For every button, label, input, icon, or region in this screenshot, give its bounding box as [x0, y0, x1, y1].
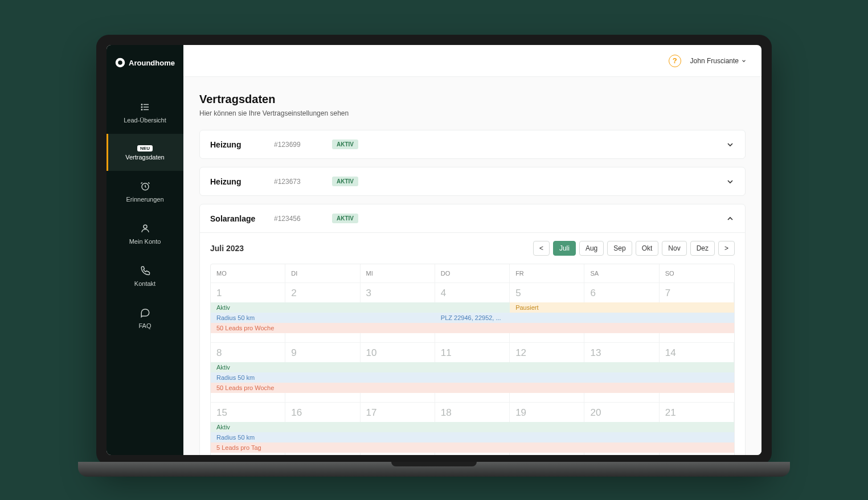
svg-point-5	[141, 104, 142, 105]
contract-head[interactable]: Solaranlage #123456 AKTIV	[200, 204, 745, 232]
sidebar: Aroundhome Lead-Übersicht NEU Vertragsda…	[107, 45, 183, 455]
month-button[interactable]: Juli	[553, 241, 576, 256]
contract-name: Heizung	[210, 140, 261, 149]
calendar-week: 1234567AktivPausiertRadius 50 kmPLZ 2294…	[211, 283, 734, 343]
calendar-stripe-cell	[660, 313, 734, 323]
svg-point-1	[118, 60, 122, 65]
day-cell: 19	[510, 403, 584, 422]
calendar-stripe: 50 Leads pro Woche	[211, 383, 734, 393]
day-cell: 17	[361, 403, 435, 422]
calendar-stripe-cell: Aktiv	[211, 302, 285, 313]
chevron-down-icon	[726, 140, 735, 149]
sidebar-item-erinnerungen[interactable]: Erinnerungen	[107, 171, 183, 213]
svg-point-9	[144, 225, 147, 228]
calendar-stripe-cell	[435, 302, 510, 313]
phone-icon	[140, 265, 150, 276]
topbar: ? John Frusciante	[183, 45, 761, 77]
contract-card: Heizung #123673 AKTIV	[199, 167, 746, 196]
svg-point-6	[141, 106, 142, 108]
contract-name: Solaranlage	[210, 214, 261, 223]
brand-icon	[115, 58, 125, 68]
dow-cell: MO	[211, 264, 285, 283]
month-button[interactable]: Dez	[690, 241, 715, 256]
day-cell: 4	[435, 283, 510, 302]
alarm-icon	[140, 181, 150, 191]
calendar-stripe-cell: Radius 50 km	[211, 313, 285, 323]
calendar-week: 15161718192021AktivRadius 50 km5 Leads p…	[211, 403, 734, 455]
calendar-stripe: 5 Leads pro Tag	[211, 442, 734, 453]
contract-id: #123673	[274, 178, 320, 186]
status-badge: AKTIV	[332, 140, 358, 149]
contract-name: Heizung	[210, 177, 261, 186]
day-cell: 16	[285, 403, 360, 422]
dow-cell: FR	[510, 264, 584, 283]
day-cell: 18	[435, 403, 510, 422]
laptop-base	[78, 462, 790, 477]
page-subtitle: Hier können sie Ihre Vertragseinstellung…	[199, 109, 746, 117]
sidebar-item-label: Kontakt	[134, 280, 155, 287]
day-cell: 2	[285, 283, 360, 302]
calendar-stripe-split: AktivPausiert	[211, 302, 734, 313]
chat-icon	[140, 308, 150, 318]
calendar-stripe-cell	[584, 302, 659, 313]
badge-new: NEU	[137, 145, 153, 151]
chevron-up-icon	[726, 214, 735, 223]
contract-id: #123456	[274, 215, 320, 223]
month-button[interactable]: Aug	[579, 241, 604, 256]
page-title: Vertragsdaten	[199, 93, 746, 106]
day-cell: 12	[510, 343, 584, 362]
sidebar-item-faq[interactable]: FAQ	[107, 297, 183, 339]
calendar-stripe: Radius 50 km	[211, 372, 734, 383]
day-cell: 1	[211, 283, 285, 302]
sidebar-item-mein-konto[interactable]: Mein Konto	[107, 213, 183, 255]
calendar-stripe-cell	[660, 302, 734, 313]
status-badge: AKTIV	[332, 177, 358, 186]
sidebar-item-kontakt[interactable]: Kontakt	[107, 255, 183, 297]
laptop-notch	[391, 462, 477, 466]
main: ? John Frusciante Vertragsdaten Hier kön…	[183, 45, 761, 455]
calendar-stripe: Radius 50 km	[211, 432, 734, 442]
next-month-button[interactable]: >	[718, 241, 735, 256]
calendar-stripe-cell: PLZ 22946, 22952, ...	[435, 313, 510, 323]
svg-point-7	[141, 109, 142, 110]
calendar-stripe: Aktiv	[211, 362, 734, 372]
day-cell: 21	[660, 403, 734, 422]
sidebar-item-vertragsdaten[interactable]: NEU Vertragsdaten	[107, 134, 183, 171]
contract-id: #123699	[274, 141, 320, 149]
laptop-frame: Aroundhome Lead-Übersicht NEU Vertragsda…	[96, 35, 772, 465]
help-icon[interactable]: ?	[669, 55, 681, 67]
sidebar-item-label: Mein Konto	[129, 238, 161, 245]
calendar-stripe-cell: Pausiert	[510, 302, 584, 313]
day-cell: 9	[285, 343, 360, 362]
day-cell: 6	[584, 283, 659, 302]
day-cell: 3	[361, 283, 435, 302]
dow-row: MODIMIDOFRSASO	[211, 264, 734, 283]
dow-cell: DI	[285, 264, 360, 283]
screen: Aroundhome Lead-Übersicht NEU Vertragsda…	[107, 45, 761, 455]
dow-cell: SO	[660, 264, 734, 283]
day-cell: 11	[435, 343, 510, 362]
day-cell: 10	[361, 343, 435, 362]
month-row: Juli 2023 < Juli Aug Sep Okt Nov Dez >	[210, 241, 735, 256]
dow-cell: MI	[361, 264, 435, 283]
month-button[interactable]: Sep	[607, 241, 632, 256]
user-dropdown[interactable]: John Frusciante	[690, 57, 747, 65]
list-icon	[140, 102, 150, 112]
prev-month-button[interactable]: <	[533, 241, 550, 256]
calendar-stripe-cell	[285, 313, 360, 323]
contract-head[interactable]: Heizung #123673 AKTIV	[200, 167, 745, 195]
month-button[interactable]: Okt	[636, 241, 659, 256]
calendar-stripe-cell	[361, 313, 435, 323]
calendar-stripe-cell	[361, 302, 435, 313]
user-icon	[140, 223, 150, 233]
month-button[interactable]: Nov	[662, 241, 686, 256]
contract-head[interactable]: Heizung #123699 AKTIV	[200, 130, 745, 158]
contract-body: Juli 2023 < Juli Aug Sep Okt Nov Dez >	[200, 232, 745, 455]
day-cell: 15	[211, 403, 285, 422]
sidebar-item-lead-uebersicht[interactable]: Lead-Übersicht	[107, 92, 183, 134]
calendar-stripe: 50 Leads pro Woche	[211, 323, 734, 333]
calendar-stripe-cell	[285, 302, 360, 313]
month-nav: < Juli Aug Sep Okt Nov Dez >	[533, 241, 735, 256]
chevron-down-icon	[741, 58, 747, 64]
calendar-stripe-cell	[584, 313, 659, 323]
